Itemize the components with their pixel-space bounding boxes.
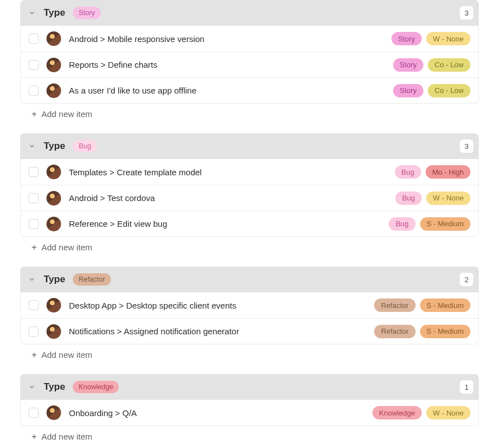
type-tag[interactable]: Story (393, 84, 423, 97)
assignee-avatar[interactable] (46, 324, 61, 339)
group-label: Type (44, 7, 65, 18)
row-checkbox[interactable] (29, 326, 39, 337)
group-type-pill[interactable]: Story (73, 7, 100, 19)
type-tag[interactable]: Story (391, 32, 422, 45)
group-count: 2 (460, 273, 473, 286)
assignee-avatar[interactable] (46, 405, 61, 420)
assignee-avatar[interactable] (46, 31, 61, 46)
assignee-avatar[interactable] (46, 298, 61, 312)
group-type-pill[interactable]: Bug (73, 140, 96, 152)
row-checkbox[interactable] (29, 219, 39, 229)
add-new-label: Add new item (41, 350, 92, 360)
group-type-pill[interactable]: Knowledge (73, 381, 119, 393)
add-new-item[interactable]: +Add new item (20, 104, 479, 119)
task-row[interactable]: Android > Mobile responsive versionStory… (21, 26, 478, 52)
assignee-avatar[interactable] (46, 83, 61, 98)
assignee-avatar[interactable] (46, 165, 61, 179)
type-tag[interactable]: Knowledge (372, 406, 422, 419)
priority-tag[interactable]: W - None (426, 192, 470, 205)
task-title[interactable]: Reports > Define charts (69, 60, 385, 69)
task-title[interactable]: Notifications > Assigned notification ge… (69, 326, 366, 336)
priority-tag[interactable]: W - None (426, 32, 470, 45)
group-count: 1 (460, 380, 473, 394)
task-row[interactable]: Reference > Edit view bugBugS - Medium (21, 211, 478, 236)
group-header[interactable]: TypeRefactor2 (20, 267, 479, 292)
add-new-item[interactable]: +Add new item (20, 237, 479, 252)
plus-icon: + (31, 109, 37, 119)
task-title[interactable]: Templates > Create template model (69, 167, 387, 177)
task-title[interactable]: Desktop App > Desktop specific client ev… (69, 301, 366, 310)
task-row[interactable]: Notifications > Assigned notification ge… (21, 318, 478, 344)
row-checkbox[interactable] (29, 60, 39, 70)
priority-tag[interactable]: S - Medium (420, 325, 470, 338)
priority-tag[interactable]: Co - Low (428, 84, 470, 97)
group-label: Type (44, 141, 65, 152)
add-new-item[interactable]: +Add new item (20, 344, 479, 360)
type-tag[interactable]: Bug (395, 192, 422, 205)
task-row[interactable]: Reports > Define chartsStoryCo - Low (21, 52, 478, 77)
priority-tag[interactable]: S - Medium (420, 217, 470, 231)
type-tag[interactable]: Story (393, 58, 423, 72)
row-checkbox[interactable] (29, 167, 39, 177)
group-header[interactable]: TypeStory3 (20, 0, 479, 26)
row-checkbox[interactable] (29, 193, 39, 203)
task-row[interactable]: As a user I'd like to use app offlineSto… (21, 77, 478, 103)
type-tag[interactable]: Refactor (374, 325, 415, 338)
chevron-down-icon[interactable] (28, 142, 36, 150)
task-row[interactable]: Android > Test cordovaBugW - None (21, 185, 478, 211)
type-tag[interactable]: Refactor (374, 298, 415, 312)
row-checkbox[interactable] (29, 408, 39, 418)
row-checkbox[interactable] (29, 86, 39, 96)
add-new-label: Add new item (41, 242, 92, 252)
row-checkbox[interactable] (29, 34, 39, 44)
group-label: Type (44, 381, 65, 393)
assignee-avatar[interactable] (46, 217, 61, 231)
group-type-pill[interactable]: Refactor (73, 273, 110, 286)
row-checkbox[interactable] (29, 300, 39, 310)
group-count: 3 (460, 139, 473, 153)
task-row[interactable]: Onboarding > Q/AKnowledgeW - None (21, 400, 478, 426)
task-row[interactable]: Templates > Create template modelBugMo -… (21, 159, 478, 185)
task-row[interactable]: Desktop App > Desktop specific client ev… (21, 292, 478, 318)
assignee-avatar[interactable] (46, 191, 61, 206)
type-tag[interactable]: Bug (389, 217, 415, 231)
task-title[interactable]: Onboarding > Q/A (69, 408, 365, 418)
group-header[interactable]: TypeKnowledge1 (20, 374, 479, 400)
plus-icon: + (31, 432, 37, 441)
assignee-avatar[interactable] (46, 58, 61, 72)
group-count: 3 (460, 6, 473, 20)
chevron-down-icon[interactable] (28, 383, 36, 391)
task-title[interactable]: As a user I'd like to use app offline (69, 86, 385, 95)
priority-tag[interactable]: W - None (426, 406, 470, 419)
group-header[interactable]: TypeBug3 (20, 133, 479, 159)
add-new-label: Add new item (41, 109, 92, 119)
priority-tag[interactable]: Mo - High (426, 165, 470, 179)
group-label: Type (44, 274, 65, 285)
chevron-down-icon[interactable] (28, 276, 36, 283)
add-new-label: Add new item (41, 432, 92, 441)
priority-tag[interactable]: S - Medium (420, 298, 470, 312)
type-tag[interactable]: Bug (395, 165, 421, 179)
priority-tag[interactable]: Co - Low (428, 58, 470, 72)
task-title[interactable]: Reference > Edit view bug (69, 219, 381, 228)
plus-icon: + (31, 350, 37, 360)
plus-icon: + (31, 242, 37, 252)
task-title[interactable]: Android > Mobile responsive version (69, 34, 384, 44)
add-new-item[interactable]: +Add new item (20, 426, 479, 441)
chevron-down-icon[interactable] (28, 9, 36, 17)
task-title[interactable]: Android > Test cordova (69, 193, 388, 203)
